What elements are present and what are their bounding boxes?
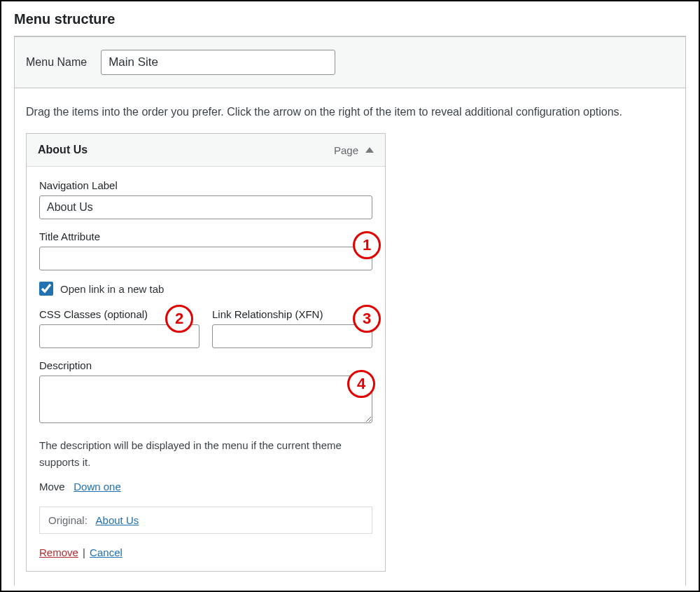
actions-separator: | <box>83 546 85 558</box>
title-attr-label: Title Attribute <box>39 230 372 242</box>
move-label: Move <box>39 481 65 493</box>
item-actions: Remove | Cancel <box>39 546 372 558</box>
menu-item: About Us Page 1 2 3 4 Navigation Label <box>26 133 386 572</box>
collapse-arrow-icon[interactable] <box>365 147 374 153</box>
menu-item-type: Page <box>334 144 374 156</box>
original-box: Original: About Us <box>39 507 372 534</box>
menu-item-type-label: Page <box>334 144 358 156</box>
description-hint: The description will be displayed in the… <box>39 437 372 471</box>
menu-name-row: Menu Name <box>14 36 686 88</box>
title-attr-field: Title Attribute <box>39 230 372 270</box>
title-attr-input[interactable] <box>39 247 372 270</box>
menu-name-label: Menu Name <box>26 56 87 69</box>
description-field: Description <box>39 359 372 426</box>
xfn-label: Link Relationship (XFN) <box>212 308 372 320</box>
annotation-2: 2 <box>165 305 193 333</box>
original-link[interactable]: About Us <box>96 514 139 526</box>
menu-name-input[interactable] <box>101 50 335 75</box>
nav-label-input[interactable] <box>39 195 372 219</box>
menu-item-title: About Us <box>38 144 88 156</box>
menu-item-header[interactable]: About Us Page <box>27 134 385 167</box>
new-tab-label: Open link in a new tab <box>60 283 164 295</box>
description-label: Description <box>39 359 372 371</box>
annotation-1: 1 <box>353 231 381 259</box>
nav-label-field: Navigation Label <box>39 179 372 219</box>
instructions-text: Drag the items into the order you prefer… <box>14 88 686 126</box>
remove-link[interactable]: Remove <box>39 546 78 558</box>
original-label: Original: <box>48 514 88 526</box>
new-tab-checkbox[interactable] <box>39 282 53 296</box>
new-tab-field: Open link in a new tab <box>39 282 372 296</box>
move-row: Move Down one <box>39 481 372 493</box>
xfn-field: Link Relationship (XFN) <box>212 308 372 348</box>
move-down-one-link[interactable]: Down one <box>74 481 121 493</box>
xfn-input[interactable] <box>212 324 372 348</box>
annotation-3: 3 <box>353 305 381 333</box>
description-input[interactable] <box>39 376 372 423</box>
annotation-4: 4 <box>347 370 375 398</box>
menu-item-body: 1 2 3 4 Navigation Label Title Attribute <box>27 167 385 571</box>
panel-title: Menu structure <box>1 1 699 36</box>
nav-label-label: Navigation Label <box>39 179 372 191</box>
cancel-link[interactable]: Cancel <box>90 546 122 558</box>
